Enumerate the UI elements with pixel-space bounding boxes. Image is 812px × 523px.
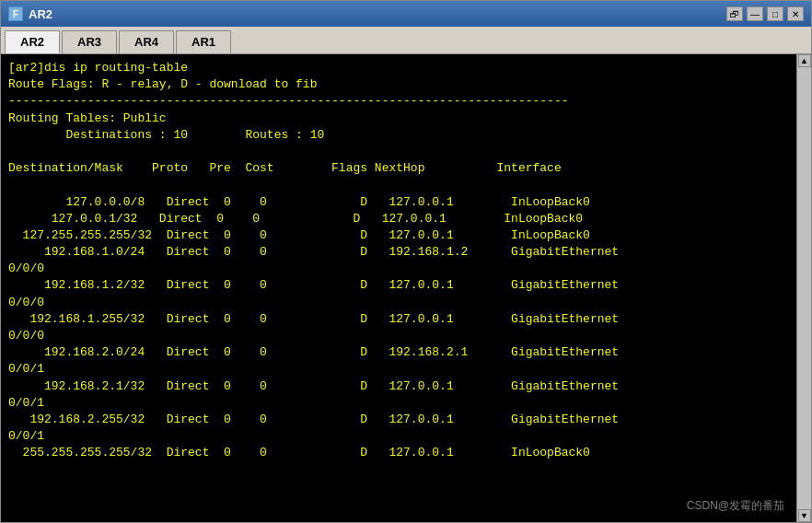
terminal-wrapper: [ar2]dis ip routing-table Route Flags: R… [1, 54, 811, 522]
window-icon: F [8, 6, 23, 21]
maximize-button[interactable]: □ [767, 6, 783, 21]
tab-ar3[interactable]: AR3 [62, 30, 117, 53]
tab-bar: AR2 AR3 AR4 AR1 [1, 27, 811, 54]
main-window: F AR2 🗗 — □ ✕ AR2 AR3 AR4 AR1 [ar2]dis i… [0, 0, 812, 523]
title-controls: 🗗 — □ ✕ [726, 6, 804, 21]
title-bar: F AR2 🗗 — □ ✕ [1, 1, 811, 27]
restore-button[interactable]: 🗗 [726, 6, 743, 21]
title-bar-left: F AR2 [8, 6, 52, 21]
window-title: AR2 [29, 7, 52, 21]
scroll-down-button[interactable]: ▼ [798, 509, 811, 522]
scroll-up-button[interactable]: ▲ [798, 54, 811, 67]
minimize-button[interactable]: — [747, 6, 763, 21]
close-button[interactable]: ✕ [787, 6, 804, 21]
tab-ar2[interactable]: AR2 [5, 30, 60, 53]
scrollbar[interactable]: ▲ ▼ [796, 54, 811, 522]
tab-ar4[interactable]: AR4 [119, 30, 174, 53]
tab-ar1[interactable]: AR1 [176, 30, 231, 53]
terminal-output[interactable]: [ar2]dis ip routing-table Route Flags: R… [1, 54, 796, 522]
